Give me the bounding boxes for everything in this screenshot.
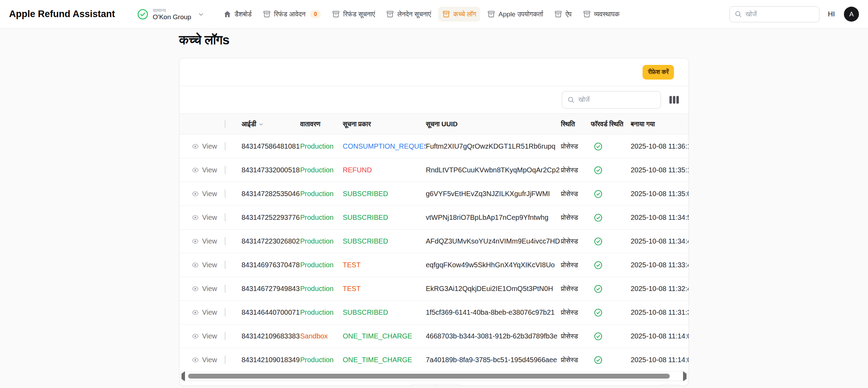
- nav-item-link[interactable]: ऐप: [550, 7, 576, 22]
- archive-box-icon: [487, 10, 495, 18]
- nav-badge-count: 0: [310, 10, 321, 18]
- tenant-kind-label: सामान्य: [153, 7, 191, 13]
- forward-status-header: फॉरवर्ड स्थिति: [591, 114, 631, 135]
- row-checkbox[interactable]: [225, 261, 225, 269]
- notification-uuid-cell: 4668703b-b344-3081-912b-62b3d789fb3e: [426, 324, 561, 348]
- nav-item-link[interactable]: व्यवस्थापक: [579, 7, 624, 22]
- archive-box-icon: [554, 10, 562, 18]
- row-checkbox[interactable]: [225, 356, 225, 364]
- id-cell: 843142109683383: [242, 324, 300, 348]
- environment-cell: Production: [300, 206, 343, 230]
- view-record-link[interactable]: View: [192, 261, 225, 269]
- row-checkbox[interactable]: [225, 284, 225, 293]
- status-cell: प्रोसेस्ड: [561, 135, 591, 158]
- notification-type-cell: REFUND: [343, 158, 426, 182]
- row-checkbox[interactable]: [225, 332, 225, 340]
- nav-item-link[interactable]: डैशबोर्ड: [219, 7, 256, 22]
- notification-uuid-cell: EkRG3Ai12QqkjDEui2IE1OmQ5t3PtN0H: [426, 277, 561, 301]
- global-search-input[interactable]: [745, 10, 814, 18]
- notification-uuid-cell: g6VYF5vEtHEvZq3NJZILKXgufrJjFWMI: [426, 182, 561, 206]
- nav-item-active[interactable]: कच्चे लॉग: [438, 7, 480, 22]
- notification-type-cell: CONSUMPTION_REQUEST: [343, 135, 426, 158]
- nav-item-link[interactable]: लेनदेन सूचनाएं: [382, 7, 435, 22]
- id-cell: 843146976370478: [242, 253, 300, 277]
- table-row: View 843142109683383 Sandbox ONE_TIME_CH…: [179, 324, 689, 348]
- view-record-link[interactable]: View: [192, 308, 225, 316]
- nav-item-link[interactable]: Apple उपयोगकर्ता: [483, 7, 547, 22]
- view-record-link[interactable]: View: [192, 332, 225, 340]
- view-record-link[interactable]: View: [192, 142, 225, 150]
- forward-success-icon: [594, 237, 603, 246]
- table-row: View 843147252293776 Production SUBSCRIB…: [179, 206, 689, 230]
- archive-box-icon: [263, 10, 271, 18]
- table-search[interactable]: [562, 91, 661, 109]
- view-record-link[interactable]: View: [192, 214, 225, 222]
- table-row: View 843147282535046 Production SUBSCRIB…: [179, 182, 689, 206]
- forward-success-icon: [594, 213, 603, 222]
- status-cell: प्रोसेस्ड: [561, 348, 591, 372]
- eye-icon: [192, 309, 199, 316]
- view-record-link[interactable]: View: [192, 285, 225, 293]
- forward-success-icon: [594, 356, 603, 365]
- sort-by-id[interactable]: आईडी: [242, 120, 300, 128]
- view-record-link[interactable]: View: [192, 190, 225, 198]
- view-record-link[interactable]: View: [192, 237, 225, 245]
- user-avatar[interactable]: A: [844, 7, 859, 22]
- pagination-control[interactable]: [659, 384, 681, 386]
- notification-type-cell: SUBSCRIBED: [343, 206, 426, 230]
- notification-uuid-cell: RndLtVTP6CuuKVwbn8TKyqMpOqAr2Cp2: [426, 158, 561, 182]
- scrollbar-thumb[interactable]: [188, 374, 670, 379]
- row-checkbox[interactable]: [225, 237, 225, 245]
- row-checkbox[interactable]: [225, 189, 225, 198]
- nav-item-label: डैशबोर्ड: [235, 10, 252, 18]
- tenant-switcher[interactable]: सामान्य O'Kon Group: [137, 7, 205, 21]
- environment-cell: Production: [300, 277, 343, 301]
- nav-item-label: रिफंड सूचनाएं: [343, 10, 375, 18]
- row-checkbox[interactable]: [225, 308, 225, 316]
- view-record-link[interactable]: View: [192, 166, 225, 174]
- notification-uuid-cell: vtWPNj18riO7BpLbAp17nCep9Yfntwhg: [426, 206, 561, 230]
- global-search[interactable]: [729, 6, 819, 22]
- main-nav: डैशबोर्ड रिफंड आवेदन 0 रिफंड सूचनाएं लेन…: [219, 7, 725, 22]
- home-icon: [223, 10, 231, 18]
- row-checkbox[interactable]: [225, 142, 225, 150]
- eye-icon: [192, 143, 199, 150]
- row-checkbox[interactable]: [225, 213, 225, 222]
- pagination-prev-next-buttons[interactable]: [409, 384, 462, 386]
- sort-chevron-icon: [258, 121, 264, 127]
- nav-item-link[interactable]: रिफंड सूचनाएं: [328, 7, 379, 22]
- status-cell: प्रोसेस्ड: [561, 182, 591, 206]
- nav-item-label: ऐप: [565, 10, 571, 18]
- refresh-button[interactable]: रीफ्रेश करें: [643, 65, 674, 80]
- eye-icon: [192, 238, 199, 245]
- table-header-row: आईडी वातावरण सूचना प्रकार सूचना UUID स्थ…: [179, 114, 689, 135]
- created-cell: 2025-10-08 11:35:04: [631, 182, 689, 206]
- table-filter-bar: [179, 86, 689, 113]
- status-cell: प्रोसेस्ड: [561, 206, 591, 230]
- forward-success-icon: [594, 261, 603, 270]
- table-row: View 843147332000518 Production REFUND R…: [179, 158, 689, 182]
- scroll-left-button[interactable]: [181, 374, 186, 379]
- notification-type-cell: TEST: [343, 253, 426, 277]
- columns-icon: [669, 96, 672, 104]
- notification-uuid-cell: 7a40189b-8fa9-3785-bc51-195d45966aee: [426, 348, 561, 372]
- eye-icon: [192, 261, 199, 269]
- eye-icon: [192, 356, 199, 364]
- scroll-right-button[interactable]: [682, 374, 687, 379]
- table-row: View 843146727949843 Production TEST EkR…: [179, 277, 689, 301]
- view-record-link[interactable]: View: [192, 356, 225, 364]
- environment-cell: Production: [300, 182, 343, 206]
- created-cell: 2025-10-08 11:32:49: [631, 277, 689, 301]
- notification-type-cell: SUBSCRIBED: [343, 230, 426, 253]
- table-search-input[interactable]: [578, 96, 655, 104]
- select-all-checkbox[interactable]: [225, 120, 225, 128]
- toggle-columns-button[interactable]: [669, 95, 679, 105]
- nav-item-link[interactable]: रिफंड आवेदन 0: [259, 7, 325, 22]
- created-cell: 2025-10-08 11:14:01: [631, 324, 689, 348]
- notification-uuid-cell: eqfgqFKow49w5SkHhGnX4YqXIKcVI8Uo: [426, 253, 561, 277]
- row-checkbox[interactable]: [225, 166, 225, 174]
- raw-logs-card: रीफ्रेश करें: [179, 58, 689, 386]
- search-icon: [567, 96, 575, 104]
- top-bar: Apple Refund Assistant सामान्य O'Kon Gro…: [0, 0, 868, 29]
- locale-switcher[interactable]: HI: [828, 10, 835, 18]
